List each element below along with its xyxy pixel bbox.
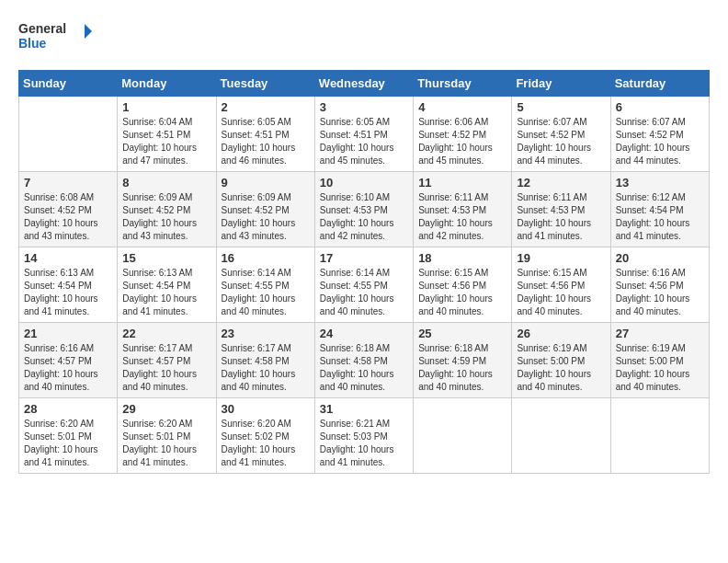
- day-info: Sunrise: 6:14 AM Sunset: 4:55 PM Dayligh…: [320, 267, 408, 318]
- calendar-cell: 16Sunrise: 6:14 AM Sunset: 4:55 PM Dayli…: [216, 247, 314, 323]
- day-number: 18: [418, 251, 506, 265]
- calendar-cell: 6Sunrise: 6:07 AM Sunset: 4:52 PM Daylig…: [610, 97, 709, 172]
- weekday-header-friday: Friday: [512, 71, 610, 97]
- day-info: Sunrise: 6:20 AM Sunset: 5:01 PM Dayligh…: [24, 418, 112, 469]
- day-info: Sunrise: 6:07 AM Sunset: 4:52 PM Dayligh…: [517, 116, 605, 167]
- calendar-cell: 21Sunrise: 6:16 AM Sunset: 4:57 PM Dayli…: [19, 323, 118, 398]
- calendar-cell: 14Sunrise: 6:13 AM Sunset: 4:54 PM Dayli…: [19, 247, 118, 323]
- calendar-cell: 2Sunrise: 6:05 AM Sunset: 4:51 PM Daylig…: [216, 97, 314, 172]
- day-number: 20: [616, 251, 704, 265]
- day-number: 11: [418, 176, 506, 190]
- calendar-cell: 27Sunrise: 6:19 AM Sunset: 5:00 PM Dayli…: [610, 323, 709, 398]
- weekday-header-tuesday: Tuesday: [216, 71, 314, 97]
- day-info: Sunrise: 6:05 AM Sunset: 4:51 PM Dayligh…: [222, 116, 310, 167]
- header: General Blue: [18, 18, 710, 55]
- calendar-week-1: 1Sunrise: 6:04 AM Sunset: 4:51 PM Daylig…: [19, 97, 710, 172]
- calendar-cell: 26Sunrise: 6:19 AM Sunset: 5:00 PM Dayli…: [512, 323, 610, 398]
- day-info: Sunrise: 6:04 AM Sunset: 4:51 PM Dayligh…: [122, 116, 210, 167]
- day-number: 24: [320, 327, 408, 340]
- day-number: 3: [320, 100, 408, 114]
- calendar-cell: [512, 398, 610, 474]
- day-info: Sunrise: 6:09 AM Sunset: 4:52 PM Dayligh…: [222, 191, 310, 243]
- calendar-cell: 18Sunrise: 6:15 AM Sunset: 4:56 PM Dayli…: [414, 247, 512, 323]
- weekday-row: SundayMondayTuesdayWednesdayThursdayFrid…: [19, 71, 710, 97]
- day-info: Sunrise: 6:12 AM Sunset: 4:54 PM Dayligh…: [616, 191, 704, 243]
- day-info: Sunrise: 6:18 AM Sunset: 4:59 PM Dayligh…: [418, 342, 506, 394]
- day-info: Sunrise: 6:05 AM Sunset: 4:51 PM Dayligh…: [320, 116, 408, 167]
- calendar-cell: 22Sunrise: 6:17 AM Sunset: 4:57 PM Dayli…: [118, 323, 216, 398]
- day-number: 23: [222, 327, 310, 340]
- day-number: 4: [418, 100, 506, 114]
- day-number: 10: [320, 176, 408, 190]
- day-number: 16: [222, 251, 310, 265]
- svg-text:Blue: Blue: [18, 36, 47, 51]
- day-number: 29: [122, 402, 210, 416]
- day-info: Sunrise: 6:07 AM Sunset: 4:52 PM Dayligh…: [616, 116, 704, 167]
- calendar-cell: [414, 398, 512, 474]
- calendar-cell: 5Sunrise: 6:07 AM Sunset: 4:52 PM Daylig…: [512, 97, 610, 172]
- day-info: Sunrise: 6:20 AM Sunset: 5:01 PM Dayligh…: [122, 418, 210, 469]
- weekday-header-wednesday: Wednesday: [314, 71, 413, 97]
- calendar-cell: 1Sunrise: 6:04 AM Sunset: 4:51 PM Daylig…: [118, 97, 216, 172]
- calendar-cell: 4Sunrise: 6:06 AM Sunset: 4:52 PM Daylig…: [414, 97, 512, 172]
- calendar-cell: 9Sunrise: 6:09 AM Sunset: 4:52 PM Daylig…: [216, 172, 314, 247]
- calendar-cell: 12Sunrise: 6:11 AM Sunset: 4:53 PM Dayli…: [512, 172, 610, 247]
- day-number: 14: [24, 251, 112, 265]
- day-info: Sunrise: 6:18 AM Sunset: 4:58 PM Dayligh…: [320, 342, 408, 394]
- day-info: Sunrise: 6:11 AM Sunset: 4:53 PM Dayligh…: [517, 191, 605, 243]
- day-info: Sunrise: 6:15 AM Sunset: 4:56 PM Dayligh…: [418, 267, 506, 318]
- calendar-cell: 11Sunrise: 6:11 AM Sunset: 4:53 PM Dayli…: [414, 172, 512, 247]
- calendar-cell: 25Sunrise: 6:18 AM Sunset: 4:59 PM Dayli…: [414, 323, 512, 398]
- day-info: Sunrise: 6:17 AM Sunset: 4:57 PM Dayligh…: [122, 342, 210, 394]
- calendar-cell: 7Sunrise: 6:08 AM Sunset: 4:52 PM Daylig…: [19, 172, 118, 247]
- day-number: 31: [320, 402, 408, 416]
- calendar-cell: 19Sunrise: 6:15 AM Sunset: 4:56 PM Dayli…: [512, 247, 610, 323]
- day-info: Sunrise: 6:16 AM Sunset: 4:56 PM Dayligh…: [616, 267, 704, 318]
- day-number: 22: [122, 327, 210, 340]
- calendar-cell: 31Sunrise: 6:21 AM Sunset: 5:03 PM Dayli…: [314, 398, 413, 474]
- day-number: 7: [24, 176, 112, 190]
- day-info: Sunrise: 6:15 AM Sunset: 4:56 PM Dayligh…: [517, 267, 605, 318]
- calendar-cell: 30Sunrise: 6:20 AM Sunset: 5:02 PM Dayli…: [216, 398, 314, 474]
- day-info: Sunrise: 6:13 AM Sunset: 4:54 PM Dayligh…: [122, 267, 210, 318]
- day-info: Sunrise: 6:13 AM Sunset: 4:54 PM Dayligh…: [24, 267, 112, 318]
- calendar-table: SundayMondayTuesdayWednesdayThursdayFrid…: [18, 70, 710, 474]
- calendar-cell: 17Sunrise: 6:14 AM Sunset: 4:55 PM Dayli…: [314, 247, 413, 323]
- day-number: 19: [517, 251, 605, 265]
- calendar-cell: 10Sunrise: 6:10 AM Sunset: 4:53 PM Dayli…: [314, 172, 413, 247]
- day-info: Sunrise: 6:11 AM Sunset: 4:53 PM Dayligh…: [418, 191, 506, 243]
- day-number: 27: [616, 327, 704, 340]
- day-info: Sunrise: 6:06 AM Sunset: 4:52 PM Dayligh…: [418, 116, 506, 167]
- day-number: 30: [222, 402, 310, 416]
- calendar-week-4: 21Sunrise: 6:16 AM Sunset: 4:57 PM Dayli…: [19, 323, 710, 398]
- day-info: Sunrise: 6:09 AM Sunset: 4:52 PM Dayligh…: [122, 191, 210, 243]
- calendar-cell: [610, 398, 709, 474]
- calendar-cell: 28Sunrise: 6:20 AM Sunset: 5:01 PM Dayli…: [19, 398, 118, 474]
- day-info: Sunrise: 6:14 AM Sunset: 4:55 PM Dayligh…: [222, 267, 310, 318]
- calendar-cell: 15Sunrise: 6:13 AM Sunset: 4:54 PM Dayli…: [118, 247, 216, 323]
- calendar-cell: [19, 97, 118, 172]
- day-info: Sunrise: 6:19 AM Sunset: 5:00 PM Dayligh…: [616, 342, 704, 394]
- day-number: 13: [616, 176, 704, 190]
- logo: General Blue: [18, 18, 92, 55]
- day-info: Sunrise: 6:08 AM Sunset: 4:52 PM Dayligh…: [24, 191, 112, 243]
- calendar-cell: 20Sunrise: 6:16 AM Sunset: 4:56 PM Dayli…: [610, 247, 709, 323]
- logo-icon: General Blue: [18, 18, 92, 55]
- day-info: Sunrise: 6:21 AM Sunset: 5:03 PM Dayligh…: [320, 418, 408, 469]
- calendar-cell: 29Sunrise: 6:20 AM Sunset: 5:01 PM Dayli…: [118, 398, 216, 474]
- day-number: 12: [517, 176, 605, 190]
- day-info: Sunrise: 6:16 AM Sunset: 4:57 PM Dayligh…: [24, 342, 112, 394]
- calendar-cell: 23Sunrise: 6:17 AM Sunset: 4:58 PM Dayli…: [216, 323, 314, 398]
- calendar-cell: 3Sunrise: 6:05 AM Sunset: 4:51 PM Daylig…: [314, 97, 413, 172]
- day-number: 8: [122, 176, 210, 190]
- day-number: 28: [24, 402, 112, 416]
- svg-marker-2: [85, 24, 92, 39]
- day-info: Sunrise: 6:10 AM Sunset: 4:53 PM Dayligh…: [320, 191, 408, 243]
- weekday-header-thursday: Thursday: [414, 71, 512, 97]
- day-number: 9: [222, 176, 310, 190]
- day-number: 2: [222, 100, 310, 114]
- weekday-header-monday: Monday: [118, 71, 216, 97]
- day-number: 6: [616, 100, 704, 114]
- day-number: 25: [418, 327, 506, 340]
- day-info: Sunrise: 6:19 AM Sunset: 5:00 PM Dayligh…: [517, 342, 605, 394]
